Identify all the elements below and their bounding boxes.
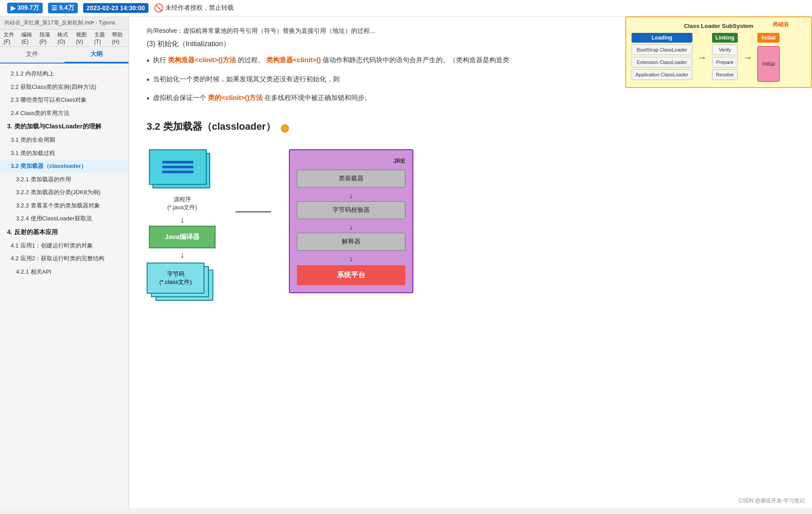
- clinit-highlight-3: 类的<clinit>()方法: [208, 94, 263, 101]
- menu-theme[interactable]: 主题(T): [94, 31, 107, 45]
- bullet-dot-3: •: [147, 92, 149, 106]
- outline-item[interactable]: 3.2.3 查看某个类的类加载器对象: [0, 199, 128, 212]
- cls-application-box: Application ClassLoader: [632, 69, 692, 80]
- section-32-row: 3.2 类加载器（classloader）: [147, 116, 794, 140]
- content-area: Class Loader SubSystem Loading BootStrap…: [129, 16, 812, 508]
- flowchart-left: 源程序 (*.java文件) ↓ Java编译器 ↓ 字节码 (*.class文…: [147, 149, 218, 303]
- diagram-container: 源程序 (*.java文件) ↓ Java编译器 ↓ 字节码 (*.class文…: [147, 149, 794, 303]
- outline-item[interactable]: 4.2 应用2：获取运行时类的完整结构: [0, 252, 128, 265]
- sidebar-outline: 2.1.2 内存结构上 2.2 获取Class类的实例(四种方法) 2.3 哪些…: [0, 64, 128, 508]
- outline-item[interactable]: 2.2 获取Class类的实例(四种方法): [0, 80, 128, 94]
- typora-menubar: 文件(F) 编辑(E) 段落(P) 格式(O) 视图(V) 主题(T) 帮助(H…: [0, 30, 128, 47]
- source-label: 源程序 (*.java文件): [167, 195, 197, 211]
- cls-bootstrap-box: BootStrap ClassLoader: [632, 44, 692, 55]
- cls-columns: Loading BootStrap ClassLoader Extension …: [632, 33, 806, 82]
- outline-item[interactable]: 3.1 类的加载过程: [0, 147, 128, 160]
- cls-linking-column: Linking Verify Prepare Resolve: [712, 33, 738, 82]
- outline-item[interactable]: 3.2.2 类加载器的分类(JDK8为例): [0, 186, 128, 199]
- cls-linking-header: Linking: [712, 33, 738, 43]
- jre-classloader-box: 类装载器: [297, 170, 405, 187]
- comment-count-badge: ☰ 9.4万: [48, 3, 77, 13]
- tab-outline[interactable]: 大纲: [64, 47, 129, 63]
- cls-arrow-1: →: [696, 33, 708, 82]
- menu-view[interactable]: 视图(V): [76, 31, 89, 45]
- tab-file[interactable]: 文件: [0, 47, 64, 63]
- line-icon-3: [162, 171, 193, 173]
- outline-item[interactable]: 4.1 应用1：创建运行时类的对象: [0, 239, 128, 252]
- menu-paragraph[interactable]: 段落(P): [40, 31, 52, 45]
- jre-diagram: JRE 类装载器 ↓ 字节码校验器 ↓ 解释器 ↓ 系统平台: [289, 149, 413, 293]
- cls-verify-box: Verify: [712, 44, 738, 55]
- menu-file[interactable]: 文件(F): [4, 31, 16, 45]
- sidebar-tabs: 文件 大纲: [0, 47, 128, 64]
- jre-arrow-1: ↓: [297, 191, 405, 200]
- menu-help[interactable]: 帮助(H): [112, 31, 125, 45]
- date-badge: 2023-02-23 14:30:00: [83, 3, 149, 13]
- typora-title: 尚硅谷_宋红康_第17章_反射机制.md• - Typora: [4, 20, 115, 26]
- bytecode-box-top: 字节码 (*.class文件): [147, 263, 204, 294]
- cursor-marker: [281, 124, 289, 132]
- cls-loading-header: Loading: [632, 33, 692, 43]
- line-icon-1: [162, 161, 193, 163]
- cls-resolve-box: Resolve: [712, 69, 738, 80]
- outline-item[interactable]: 2.1.2 内存结构上: [0, 67, 128, 80]
- cls-initial-header: Initial: [757, 33, 780, 43]
- jre-interpreter-box: 解释器: [297, 233, 405, 251]
- cls-arrow-2: →: [741, 33, 754, 82]
- bullet-text-2: 当初始化一个类的时候，如果发现其父类还没有进行初始化，则: [153, 73, 340, 85]
- top-bar: ▶ 309.7万 ☰ 9.4万 2023-02-23 14:30:00 🚫 未经…: [0, 0, 812, 16]
- main-layout: 尚硅谷_宋红康_第17章_反射机制.md• - Typora 文件(F) 编辑(…: [0, 16, 812, 508]
- outline-item[interactable]: 2.4 Class类的常用方法: [0, 107, 128, 120]
- bullet-item-3: • 虚拟机会保证一个 类的<clinit>()方法 在多线程环境中被正确加锁和同…: [147, 92, 794, 106]
- cls-extension-box: Extension ClassLoader: [632, 57, 692, 68]
- compiler-label: Java编译器: [165, 233, 200, 240]
- line-icon-2: [162, 166, 193, 168]
- outline-item-active[interactable]: 3.2 类加载器（classloader）: [0, 159, 128, 173]
- bullet-dot-2: •: [147, 73, 149, 87]
- jre-arrow-2: ↓: [297, 223, 405, 232]
- bytecode-label: 字节码: [167, 270, 184, 278]
- clinit-highlight-1: 类构造器<clinit>()方法: [168, 56, 236, 64]
- no-copy-text: 未经作者授权，禁止转载: [165, 4, 234, 12]
- outline-item[interactable]: 2.3 哪些类型可以有Class对象: [0, 93, 128, 107]
- jre-arrow-3: ↓: [297, 254, 405, 263]
- bytecode-container: 字节码 (*.class文件): [147, 263, 218, 303]
- comment-count: 9.4万: [59, 4, 74, 12]
- source-box: [149, 149, 207, 185]
- cls-initial-column: Initial Initial: [757, 33, 780, 82]
- compiler-box: Java编译器: [149, 226, 216, 248]
- outline-item[interactable]: 3. 类的加载与ClassLoader的理解: [0, 120, 128, 133]
- arrow-1: ↓: [180, 215, 184, 224]
- play-icon: ▶: [11, 4, 16, 12]
- bytecode-sublabel: (*.class文件): [160, 278, 192, 286]
- connect-line-container: [236, 203, 271, 212]
- outline-item[interactable]: 3.1 类的生命周期: [0, 133, 128, 147]
- jre-verifier-box: 字节码校验器: [297, 201, 405, 219]
- csdn-watermark: CSDN @测试开发-学习笔记: [738, 497, 805, 505]
- outline-item[interactable]: 4.2.1 相关API: [0, 265, 128, 279]
- jre-platform-box: 系统平台: [297, 265, 405, 285]
- source-sublabel-text: (*.java文件): [167, 203, 197, 211]
- clinit-highlight-2: 类构造器<clinit>(): [266, 56, 321, 64]
- outline-item[interactable]: 4. 反射的基本应用: [0, 225, 128, 239]
- section-heading-32: 3.2 类加载器（classloader）: [147, 120, 276, 133]
- cls-overlay: Class Loader SubSystem Loading BootStrap…: [625, 16, 812, 88]
- menu-edit[interactable]: 编辑(E): [21, 31, 34, 45]
- outline-item[interactable]: 3.2.1 类加载器的作用: [0, 173, 128, 186]
- source-box-container: [149, 149, 216, 194]
- no-copy-notice: 🚫 未经作者授权，禁止转载: [154, 3, 234, 13]
- brand-tag: 尚硅谷: [773, 21, 789, 28]
- menu-format[interactable]: 格式(O): [57, 31, 71, 45]
- bullet-text-1: 执行 类构造器<clinit>()方法 的过程。 类构造器<clinit>() …: [153, 54, 509, 66]
- source-label-text: 源程序: [167, 195, 197, 203]
- date-value: 2023-02-23 14:30:00: [87, 4, 145, 12]
- comment-icon: ☰: [52, 4, 57, 12]
- outline-item[interactable]: 3.2.4 使用ClassLoader获取流: [0, 212, 128, 225]
- typora-sidebar: 尚硅谷_宋红康_第17章_反射机制.md• - Typora 文件(F) 编辑(…: [0, 16, 129, 508]
- no-copy-icon: 🚫: [154, 3, 164, 13]
- arrow-2: ↓: [180, 250, 184, 259]
- typora-titlebar: 尚硅谷_宋红康_第17章_反射机制.md• - Typora: [0, 16, 128, 30]
- play-count: 309.7万: [17, 4, 39, 12]
- play-count-badge: ▶ 309.7万: [7, 3, 43, 13]
- bullet-text-3: 虚拟机会保证一个 类的<clinit>()方法 在多线程环境中被正确加锁和同步。: [153, 92, 371, 104]
